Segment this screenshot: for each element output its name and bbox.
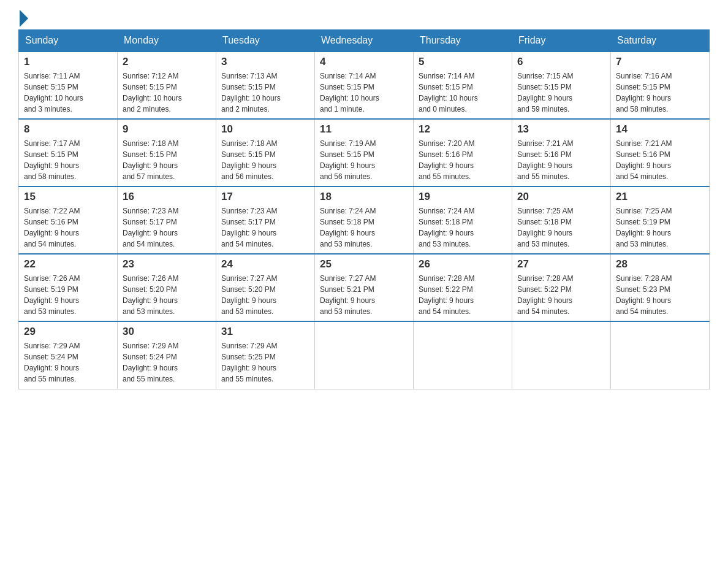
day-info: Sunrise: 7:21 AMSunset: 5:16 PMDaylight:… [616,138,704,182]
calendar-cell: 29Sunrise: 7:29 AMSunset: 5:24 PMDayligh… [19,321,118,389]
calendar-cell: 27Sunrise: 7:28 AMSunset: 5:22 PMDayligh… [512,254,611,321]
day-info: Sunrise: 7:24 AMSunset: 5:18 PMDaylight:… [419,205,507,250]
day-number: 23 [123,258,211,270]
weekday-header-sunday: Sunday [19,30,118,52]
calendar-week-4: 22Sunrise: 7:26 AMSunset: 5:19 PMDayligh… [19,254,710,321]
day-info: Sunrise: 7:14 AMSunset: 5:15 PMDaylight:… [320,71,408,115]
calendar-week-2: 8Sunrise: 7:17 AMSunset: 5:15 PMDaylight… [19,119,710,186]
day-number: 12 [419,123,507,136]
day-info: Sunrise: 7:18 AMSunset: 5:15 PMDaylight:… [221,138,309,182]
calendar-cell: 7Sunrise: 7:16 AMSunset: 5:15 PMDaylight… [611,52,710,119]
calendar-cell: 17Sunrise: 7:23 AMSunset: 5:17 PMDayligh… [216,186,315,254]
day-number: 30 [123,326,211,338]
calendar-cell [315,321,414,389]
calendar-cell: 19Sunrise: 7:24 AMSunset: 5:18 PMDayligh… [414,186,512,254]
calendar-cell: 16Sunrise: 7:23 AMSunset: 5:17 PMDayligh… [118,186,216,254]
calendar-cell: 2Sunrise: 7:12 AMSunset: 5:15 PMDaylight… [118,52,216,119]
calendar-cell: 10Sunrise: 7:18 AMSunset: 5:15 PMDayligh… [216,119,315,186]
calendar-cell: 28Sunrise: 7:28 AMSunset: 5:23 PMDayligh… [611,254,710,321]
calendar-cell: 1Sunrise: 7:11 AMSunset: 5:15 PMDaylight… [19,52,118,119]
day-info: Sunrise: 7:23 AMSunset: 5:17 PMDaylight:… [221,205,309,250]
day-info: Sunrise: 7:13 AMSunset: 5:15 PMDaylight:… [221,71,309,115]
calendar-cell: 31Sunrise: 7:29 AMSunset: 5:25 PMDayligh… [216,321,315,389]
day-info: Sunrise: 7:19 AMSunset: 5:15 PMDaylight:… [320,138,408,182]
page-header [18,12,710,23]
day-info: Sunrise: 7:15 AMSunset: 5:15 PMDaylight:… [517,71,605,115]
day-number: 15 [24,191,112,203]
day-info: Sunrise: 7:25 AMSunset: 5:19 PMDaylight:… [616,205,704,250]
calendar-cell [512,321,611,389]
day-number: 18 [320,191,408,203]
day-number: 27 [517,258,605,270]
weekday-header-wednesday: Wednesday [315,30,414,52]
calendar-cell: 23Sunrise: 7:26 AMSunset: 5:20 PMDayligh… [118,254,216,321]
day-number: 4 [320,56,408,68]
weekday-header-thursday: Thursday [414,30,512,52]
weekday-header-friday: Friday [512,30,611,52]
day-number: 28 [616,258,704,270]
day-number: 19 [419,191,507,203]
day-number: 14 [616,123,704,136]
logo [18,12,28,23]
day-number: 8 [24,123,112,136]
calendar-cell: 22Sunrise: 7:26 AMSunset: 5:19 PMDayligh… [19,254,118,321]
calendar-cell: 11Sunrise: 7:19 AMSunset: 5:15 PMDayligh… [315,119,414,186]
day-info: Sunrise: 7:14 AMSunset: 5:15 PMDaylight:… [419,71,507,115]
day-number: 26 [419,258,507,270]
day-number: 21 [616,191,704,203]
day-number: 16 [123,191,211,203]
day-info: Sunrise: 7:23 AMSunset: 5:17 PMDaylight:… [123,205,211,250]
logo-arrow-icon [20,10,28,27]
day-number: 10 [221,123,309,136]
calendar-week-1: 1Sunrise: 7:11 AMSunset: 5:15 PMDaylight… [19,52,710,119]
day-info: Sunrise: 7:29 AMSunset: 5:24 PMDaylight:… [24,340,112,385]
day-info: Sunrise: 7:25 AMSunset: 5:18 PMDaylight:… [517,205,605,250]
day-number: 20 [517,191,605,203]
day-number: 1 [24,56,112,68]
calendar-cell: 4Sunrise: 7:14 AMSunset: 5:15 PMDaylight… [315,52,414,119]
day-info: Sunrise: 7:18 AMSunset: 5:15 PMDaylight:… [123,138,211,182]
day-info: Sunrise: 7:28 AMSunset: 5:22 PMDaylight:… [419,273,507,317]
day-number: 13 [517,123,605,136]
calendar-cell: 15Sunrise: 7:22 AMSunset: 5:16 PMDayligh… [19,186,118,254]
day-number: 9 [123,123,211,136]
day-number: 2 [123,56,211,68]
day-number: 24 [221,258,309,270]
calendar-week-3: 15Sunrise: 7:22 AMSunset: 5:16 PMDayligh… [19,186,710,254]
calendar-table: SundayMondayTuesdayWednesdayThursdayFrid… [18,29,710,389]
day-info: Sunrise: 7:21 AMSunset: 5:16 PMDaylight:… [517,138,605,182]
weekday-header-tuesday: Tuesday [216,30,315,52]
day-info: Sunrise: 7:22 AMSunset: 5:16 PMDaylight:… [24,205,112,250]
day-info: Sunrise: 7:29 AMSunset: 5:24 PMDaylight:… [123,340,211,385]
calendar-cell [414,321,512,389]
calendar-cell: 8Sunrise: 7:17 AMSunset: 5:15 PMDaylight… [19,119,118,186]
calendar-cell: 9Sunrise: 7:18 AMSunset: 5:15 PMDaylight… [118,119,216,186]
day-number: 6 [517,56,605,68]
day-info: Sunrise: 7:28 AMSunset: 5:23 PMDaylight:… [616,273,704,317]
calendar-cell: 6Sunrise: 7:15 AMSunset: 5:15 PMDaylight… [512,52,611,119]
calendar-cell: 12Sunrise: 7:20 AMSunset: 5:16 PMDayligh… [414,119,512,186]
weekday-header-monday: Monday [118,30,216,52]
weekday-header-row: SundayMondayTuesdayWednesdayThursdayFrid… [19,30,710,52]
day-info: Sunrise: 7:26 AMSunset: 5:20 PMDaylight:… [123,273,211,317]
day-number: 17 [221,191,309,203]
day-info: Sunrise: 7:11 AMSunset: 5:15 PMDaylight:… [24,71,112,115]
day-info: Sunrise: 7:17 AMSunset: 5:15 PMDaylight:… [24,138,112,182]
day-number: 5 [419,56,507,68]
day-info: Sunrise: 7:27 AMSunset: 5:20 PMDaylight:… [221,273,309,317]
day-number: 3 [221,56,309,68]
calendar-cell [611,321,710,389]
day-info: Sunrise: 7:16 AMSunset: 5:15 PMDaylight:… [616,71,704,115]
day-info: Sunrise: 7:28 AMSunset: 5:22 PMDaylight:… [517,273,605,317]
day-number: 22 [24,258,112,270]
day-info: Sunrise: 7:26 AMSunset: 5:19 PMDaylight:… [24,273,112,317]
day-info: Sunrise: 7:12 AMSunset: 5:15 PMDaylight:… [123,71,211,115]
calendar-week-5: 29Sunrise: 7:29 AMSunset: 5:24 PMDayligh… [19,321,710,389]
day-info: Sunrise: 7:27 AMSunset: 5:21 PMDaylight:… [320,273,408,317]
calendar-cell: 20Sunrise: 7:25 AMSunset: 5:18 PMDayligh… [512,186,611,254]
day-number: 29 [24,326,112,338]
calendar-cell: 14Sunrise: 7:21 AMSunset: 5:16 PMDayligh… [611,119,710,186]
calendar-cell: 25Sunrise: 7:27 AMSunset: 5:21 PMDayligh… [315,254,414,321]
calendar-cell: 30Sunrise: 7:29 AMSunset: 5:24 PMDayligh… [118,321,216,389]
calendar-cell: 5Sunrise: 7:14 AMSunset: 5:15 PMDaylight… [414,52,512,119]
